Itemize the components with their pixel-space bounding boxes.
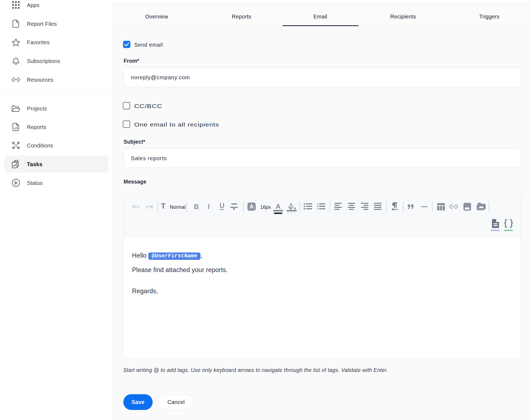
svg-text:A: A xyxy=(276,202,281,210)
svg-text:3: 3 xyxy=(317,207,318,210)
svg-text:U: U xyxy=(219,202,224,209)
